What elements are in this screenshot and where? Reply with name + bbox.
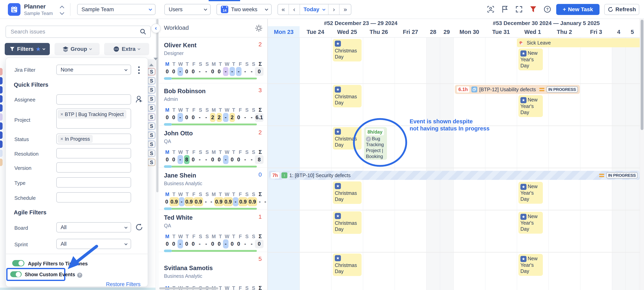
version-field[interactable] — [56, 162, 131, 173]
schedule-label: Schedule — [14, 195, 36, 201]
task-event[interactable]: 6.1h[BTP-12] Usability defectsIN PROGRES… — [455, 85, 580, 94]
holiday-event[interactable]: ★Christmas Day — [333, 211, 362, 234]
kebab-menu-icon[interactable] — [138, 65, 140, 75]
filters-button[interactable]: Filters ★ — [5, 43, 50, 55]
day-header[interactable]: Fri 3 — [580, 27, 612, 37]
fullscreen-icon[interactable] — [515, 5, 523, 14]
type-field[interactable] — [56, 177, 131, 188]
day-letter: S — [244, 107, 250, 113]
scrollbar-thumb[interactable] — [156, 19, 158, 192]
remove-chip-icon[interactable]: × — [60, 136, 63, 142]
holiday-event[interactable]: ★Christmas Day — [333, 39, 362, 62]
schedule-field[interactable] — [56, 192, 131, 202]
team-select[interactable]: Sample Team — [77, 4, 156, 15]
remove-chip-icon[interactable]: × — [60, 112, 63, 117]
day-header[interactable]: Mon 30 — [454, 27, 485, 37]
day-header[interactable]: Tue 24 — [300, 27, 331, 37]
issue-status-badge[interactable]: S — [148, 150, 155, 157]
project-field[interactable]: ×BTP | Bug Tracking Project — [56, 109, 131, 129]
workload-user-card[interactable]: John Otto2QAMTWTFSSMTWTFSSΣ00-80--00-00-… — [159, 126, 267, 168]
nav-last-button[interactable]: » — [340, 4, 351, 15]
sick-leave-event[interactable]: Sick Leave — [517, 38, 644, 47]
issue-status-badge[interactable]: S — [148, 87, 155, 93]
assignee-field[interactable] — [56, 94, 131, 105]
holiday-event[interactable]: ★New Year's Day — [518, 49, 543, 70]
nav-first-button[interactable]: « — [278, 4, 289, 15]
flag-icon[interactable] — [501, 5, 509, 14]
assignee-user-icon[interactable] — [135, 95, 143, 104]
issue-status-badge[interactable]: S — [148, 132, 155, 139]
scope-icon[interactable] — [486, 5, 495, 14]
holiday-event[interactable]: ★Christmas Day — [333, 253, 362, 276]
filter-funnel-icon[interactable] — [529, 5, 537, 14]
day-header[interactable]: 5 — [626, 27, 639, 37]
restore-filters-link[interactable]: Restore Filters — [106, 281, 140, 287]
show-custom-events-toggle[interactable] — [10, 271, 22, 277]
issue-status-badge[interactable]: S — [148, 114, 155, 120]
day-header[interactable]: Wed 1 — [517, 27, 548, 37]
gear-icon[interactable] — [255, 24, 263, 33]
day-header[interactable]: 29 — [440, 27, 454, 37]
holiday-event[interactable]: ★New Year's Day — [518, 182, 543, 204]
jira-filter-select[interactable]: None — [56, 65, 131, 75]
day-header[interactable]: Thu 26 — [363, 27, 395, 37]
day-header[interactable]: Fri 27 — [395, 27, 426, 37]
holiday-event[interactable]: ★New Year's Day — [518, 95, 543, 117]
group-button[interactable]: Group — [54, 43, 100, 55]
refresh-button[interactable]: Refresh — [604, 4, 639, 15]
apply-filters-toggle[interactable] — [12, 260, 24, 266]
issue-status-badge[interactable]: S — [148, 105, 155, 111]
team-stepper[interactable] — [59, 5, 65, 14]
day-letter: S — [197, 233, 204, 239]
issue-status-badge[interactable]: S — [148, 123, 155, 129]
issue-status-badge[interactable]: S — [148, 96, 155, 102]
status-field[interactable]: ×In Progress — [56, 134, 131, 144]
extra-button[interactable]: Extra — [104, 43, 149, 55]
issue-status-badge[interactable]: S — [148, 159, 155, 166]
board-select[interactable]: All — [56, 222, 131, 232]
resolution-field[interactable] — [56, 148, 131, 158]
nav-prev-button[interactable]: ‹ — [289, 4, 300, 15]
workload-user-card[interactable]: Ted White1QAMTWTFSSMTWTFSSΣ00-00--00-00-… — [159, 210, 267, 252]
planner-logo-icon[interactable] — [8, 3, 20, 16]
day-header[interactable]: Mon 23 — [268, 27, 300, 37]
workload-user-card[interactable]: Oliver Kent2DesignerMTWTFSSMTWTFSSΣ00-00… — [159, 38, 267, 83]
view-mode-select[interactable]: Users — [164, 4, 210, 15]
scrollbar-thumb[interactable] — [641, 20, 644, 130]
day-header[interactable]: Tue 31 — [485, 27, 517, 37]
holiday-event[interactable]: ★New Year's Day — [518, 254, 543, 276]
extra-label: Extra — [122, 46, 136, 52]
status-chip[interactable]: ×In Progress — [58, 135, 92, 143]
highlight-box: Show Custom Events? — [6, 268, 65, 281]
workload-user-card[interactable]: Jane Shein0Business AnalyticMTWTFSSMTWTF… — [159, 168, 267, 210]
nav-next-button[interactable]: › — [328, 4, 340, 15]
day-letter: T — [171, 233, 177, 239]
today-button[interactable]: Today — [300, 4, 328, 15]
day-header[interactable]: Thu 2 — [548, 27, 580, 37]
workload-user-card[interactable]: Svitlana Samotis5Business AnalyticMTWTFS… — [159, 252, 267, 290]
search-input[interactable] — [6, 26, 151, 38]
page-subtitle: Sample Team — [24, 11, 53, 16]
day-header[interactable]: 28 — [426, 27, 440, 37]
range-select[interactable]: 14 Two weeks — [216, 4, 272, 15]
new-task-button[interactable]: + New Task — [556, 4, 600, 15]
day-header[interactable]: 4 — [612, 27, 626, 37]
board-refresh-icon[interactable] — [135, 223, 143, 232]
sort-icon[interactable] — [149, 60, 158, 64]
holiday-event[interactable]: ★Christmas Day — [333, 181, 362, 204]
issue-status-badge[interactable]: S — [148, 77, 155, 84]
help-icon[interactable]: ? — [543, 5, 552, 14]
holiday-event[interactable]: ★Christmas Day — [333, 85, 362, 107]
issue-status-badge[interactable]: S — [148, 141, 155, 148]
day-header[interactable]: Wed 25 — [331, 27, 363, 37]
workload-user-card[interactable]: Bob Robinson3AdminMTWTFSSMTWTFSSΣ00-00--… — [159, 83, 267, 126]
issue-status-badge[interactable]: S — [148, 68, 155, 75]
collapse-panel-button[interactable]: ‹ — [151, 24, 160, 33]
project-chip[interactable]: ×BTP | Bug Tracking Project — [58, 110, 126, 118]
task-event-striped[interactable]: 7h↑1: [BTP-10] Security defectsIN PROGRE… — [269, 171, 640, 180]
search-icon[interactable] — [140, 28, 146, 36]
help-icon[interactable]: ? — [77, 273, 82, 278]
horizontal-scrollbar-thumb[interactable] — [159, 287, 218, 289]
day-value: 0 — [229, 155, 236, 164]
holiday-event[interactable]: ★New Year's Day — [518, 212, 543, 234]
